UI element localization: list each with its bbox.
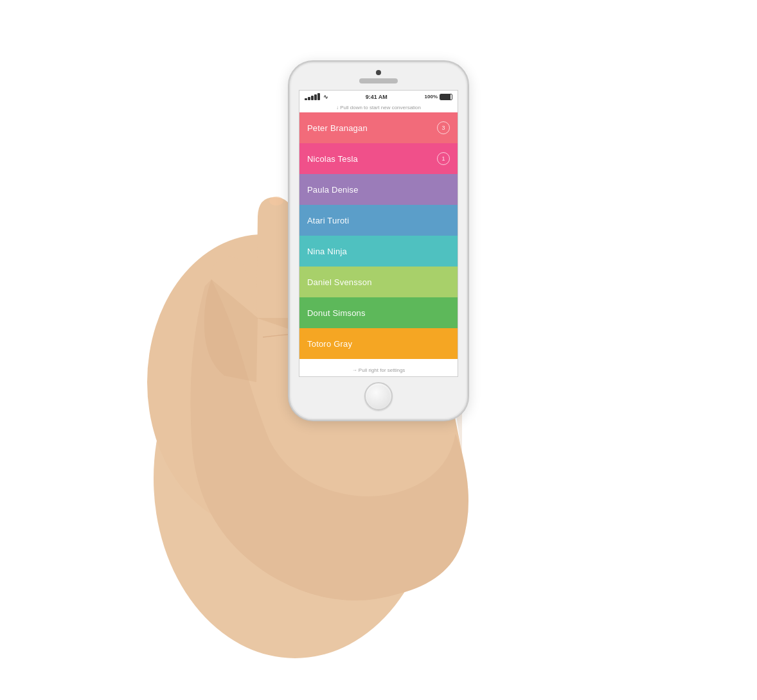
wifi-icon: ∿ [323,94,328,100]
contact-item-paula[interactable]: Paula Denise [299,174,458,205]
speaker [359,78,398,83]
contact-name: Nina Ninja [307,247,347,256]
volume-buttons [289,139,290,170]
contact-item-nicolas[interactable]: Nicolas Tesla 1 [299,143,458,174]
phone-screen: ∿ 9:41 AM 100% ↓ Pull down to start new … [299,90,458,377]
phone-top [290,62,467,83]
contact-name: Donut Simsons [307,308,366,318]
contact-name: Peter Branagan [307,123,368,133]
svg-point-4 [269,197,283,206]
phone: ∿ 9:41 AM 100% ↓ Pull down to start new … [289,61,468,421]
contact-badge: 1 [437,152,450,165]
status-right: 100% [425,94,452,100]
empty-list-area [299,359,458,364]
contact-item-nina[interactable]: Nina Ninja [299,236,458,267]
contact-item-daniel[interactable]: Daniel Svensson [299,267,458,297]
camera [376,70,381,75]
pull-hint-bottom: → Pull right for settings [299,364,458,376]
power-button-container [467,152,468,175]
power-button[interactable] [467,152,468,175]
contact-name: Paula Denise [307,185,359,195]
scene: ∿ 9:41 AM 100% ↓ Pull down to start new … [89,29,668,671]
contact-name: Totoro Gray [307,339,352,349]
signal-icon [305,93,320,100]
phone-bottom [290,377,467,419]
volume-down-button[interactable] [289,157,290,170]
home-button[interactable] [364,382,393,410]
contact-item-peter[interactable]: Peter Branagan 3 [299,112,458,143]
contact-name: Nicolas Tesla [307,154,358,164]
volume-up-button[interactable] [289,139,290,152]
contact-name: Atari Turoti [307,216,349,225]
status-left: ∿ [305,93,328,100]
battery-percent: 100% [425,94,438,100]
contact-item-donut[interactable]: Donut Simsons [299,297,458,328]
status-bar: ∿ 9:41 AM 100% [299,91,458,103]
contact-item-totoro[interactable]: Totoro Gray [299,328,458,359]
contact-badge: 3 [437,121,450,134]
contact-item-atari[interactable]: Atari Turoti [299,205,458,236]
contact-list: Peter Branagan 3 Nicolas Tesla 1 Paula D… [299,112,458,364]
battery-icon [440,94,452,100]
contact-name: Daniel Svensson [307,277,372,287]
battery-fill [440,94,450,100]
status-time: 9:41 AM [366,94,387,100]
pull-hint-top: ↓ Pull down to start new conversation [299,103,458,112]
